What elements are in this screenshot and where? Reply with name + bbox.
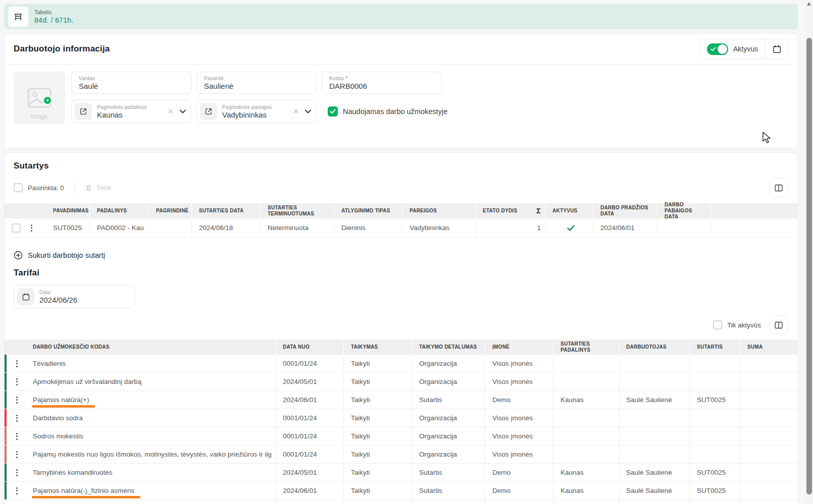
only-active-checkbox[interactable] (713, 320, 722, 329)
cell-darbuotojas (619, 355, 690, 372)
department-label: Pagrindinis padalinys (97, 104, 161, 110)
cell-darbo-uzmokescio-kodas: Darbdavio sodra (26, 409, 276, 427)
header-cell[interactable]: TAIKYMO DETALUMAS (412, 340, 485, 355)
contracts-title: Sutartys (5, 153, 797, 171)
payroll-checkbox[interactable] (328, 106, 338, 117)
delete-button[interactable]: Trinti (85, 184, 112, 192)
header-cell (5, 340, 26, 355)
first-name-field[interactable]: Vardas Saulė (71, 72, 191, 94)
position-chevron-down-icon[interactable] (305, 109, 311, 114)
add-image-badge[interactable]: + (43, 96, 52, 105)
header-cell[interactable]: PAREIGOS (402, 203, 476, 218)
tariff-date-field[interactable]: Data 2024/06/26 (14, 285, 135, 308)
scrollbar[interactable] (805, 0, 813, 504)
header-cell[interactable]: PADALINYS (90, 203, 149, 218)
sigma-icon[interactable]: Σ (536, 207, 541, 215)
cell-taikymas: Taikyti (344, 482, 412, 499)
kebab-menu-icon[interactable] (14, 358, 20, 369)
code-field[interactable]: Kodas * DARB0006 (322, 72, 442, 94)
plus-circle-icon (14, 251, 23, 260)
position-select[interactable]: Pagrindinės pareigos Vadybininkas ✕ (196, 100, 317, 123)
kebab-menu-icon[interactable] (14, 467, 20, 478)
calendar-button[interactable] (766, 39, 788, 59)
tariff-table-row[interactable]: Pajamos natūra(+) 2024/06/01 Taikyti Sut… (5, 391, 797, 409)
header-cell[interactable]: SUTARTIES TERMINUOTUMAS (261, 203, 334, 218)
columns-settings-button[interactable] (769, 315, 788, 334)
department-clear-icon[interactable]: ✕ (166, 107, 175, 116)
date-picker-button[interactable] (17, 288, 34, 305)
cell-imone: Visos įmonės (485, 445, 553, 463)
only-active-row[interactable]: Tik aktyvūs (713, 320, 761, 329)
last-name-field[interactable]: Pavardė Saulienė (196, 72, 317, 94)
header-cell[interactable]: ATLYGINIMO TIPAS (334, 203, 402, 218)
payroll-checkbox-row[interactable]: Naudojamas darbo užmokestyje (328, 106, 447, 117)
tariff-table-row[interactable]: Pajamų mokestis nuo ligos išmokos, motin… (5, 445, 797, 464)
cell-taikymas: Taikyti (344, 464, 412, 481)
kebab-menu-icon[interactable] (29, 222, 34, 234)
cell-sutarties-padalinys (553, 409, 619, 427)
header-cell[interactable]: DATA NUO (276, 340, 344, 355)
tariff-table-row[interactable]: Tarnybinės komandiruotės 2024/05/01 Taik… (5, 464, 797, 482)
tariff-table-row[interactable]: Darbdavio sodra 0001/01/24 Taikyti Organ… (5, 409, 797, 427)
cell-suma (740, 373, 797, 390)
tariff-table-row[interactable]: Pajamos natūra(-)_fizinio asmens 2024/06… (5, 482, 797, 500)
header-cell[interactable]: SUTARTIES DATA (192, 203, 261, 218)
kebab-menu-icon[interactable] (14, 376, 20, 387)
header-cell[interactable]: DARBO PRADŽIOS DATA (593, 203, 657, 218)
row-checkbox[interactable] (12, 223, 21, 233)
cell-taikymo-detalumas: Sutartis (412, 391, 485, 409)
header-cell[interactable]: TAIKYMAS (344, 340, 412, 355)
cell-data-nuo: 0001/01/24 (276, 427, 344, 445)
create-contract-link[interactable]: Sukurti darbotojo sutartį (14, 251, 105, 260)
tariff-table-row[interactable] (5, 500, 797, 504)
first-name-value: Saulė (79, 82, 184, 90)
header-cell[interactable]: DARBUOTOJAS (619, 340, 690, 355)
cell-sutartis (690, 445, 740, 463)
position-clear-icon[interactable]: ✕ (291, 107, 300, 116)
header-cell[interactable]: DARBO UŽMOKESČIO KODAS (26, 340, 276, 355)
calendar-icon (22, 293, 30, 301)
active-toggle-label: Aktyvus (733, 45, 758, 53)
contract-table-row[interactable]: SUT0025 PAD0002 - Kau 2024/06/18 Netermi… (5, 218, 797, 238)
department-chevron-down-icon[interactable] (180, 109, 186, 114)
header-cell[interactable]: SUMA (740, 340, 797, 355)
scrollbar-thumb[interactable] (806, 38, 812, 494)
cell-darbo-uzmokescio-kodas: Pajamos natūra(-)_fizinio asmens (26, 482, 276, 499)
cell-darbuotojas: Saulė Saulienė (619, 464, 690, 481)
kebab-menu-icon[interactable] (14, 431, 20, 442)
cell-darbuotojas: Saulė Saulienė (619, 482, 690, 499)
cell-pareigos: Vadybininkas (402, 218, 476, 237)
tariffs-title: Tarifai (5, 268, 797, 278)
contracts-toolbar: Pasirinkta: 0 Trinti (5, 178, 797, 197)
department-open-button[interactable] (75, 103, 92, 120)
kebab-menu-icon[interactable] (14, 449, 20, 460)
kebab-menu-icon[interactable] (14, 395, 20, 406)
header-cell-etato-dydis[interactable]: ETATO DYDIS Σ (476, 203, 545, 218)
kebab-menu-icon[interactable] (14, 413, 20, 424)
department-select[interactable]: Pagrindinis padalinys Kaunas ✕ (71, 100, 191, 123)
scroll-up-arrow-icon[interactable] (807, 2, 811, 6)
tariff-table-row[interactable]: Sodros mokestis 0001/01/24 Taikyti Organ… (5, 427, 797, 445)
header-cell[interactable]: AKTYVUS (545, 203, 593, 218)
tabelis-banner[interactable]: Tabelis 84d. / 671h. (4, 4, 798, 29)
header-cell[interactable]: PAGRINDINĖ (149, 203, 192, 218)
employee-image-placeholder[interactable]: + Image (14, 72, 65, 124)
date-label: Data (39, 290, 129, 295)
kebab-menu-icon[interactable] (14, 485, 20, 496)
tariff-table-row[interactable]: Apmokėjimas už viršvalandinį darbą 2024/… (5, 373, 797, 391)
select-all-checkbox[interactable] (14, 183, 23, 192)
cell-taikymo-detalumas: Organizacija (412, 373, 485, 390)
cell-imone: Demo (485, 464, 553, 481)
main-content: Tabelis 84d. / 671h. Darbuotojo informac… (4, 4, 798, 504)
active-toggle[interactable] (707, 43, 728, 55)
header-cell[interactable]: SUTARTIES PADALINYS (553, 340, 619, 355)
columns-settings-button[interactable] (769, 178, 788, 197)
header-cell[interactable]: PAVADINIMAS (46, 203, 90, 218)
position-open-button[interactable] (200, 103, 217, 120)
header-cell[interactable]: DARBO PABAIGOS DATA (657, 203, 711, 218)
header-cell[interactable]: SUTARTIS (690, 340, 740, 355)
tariff-table-row[interactable]: Tėvadienis 0001/01/24 Taikyti Organizaci… (5, 355, 797, 373)
position-value: Vadybininkas (222, 110, 286, 119)
cell-taikymo-detalumas: Sutartis (412, 464, 485, 481)
header-cell[interactable]: ĮMONĖ (485, 340, 553, 355)
